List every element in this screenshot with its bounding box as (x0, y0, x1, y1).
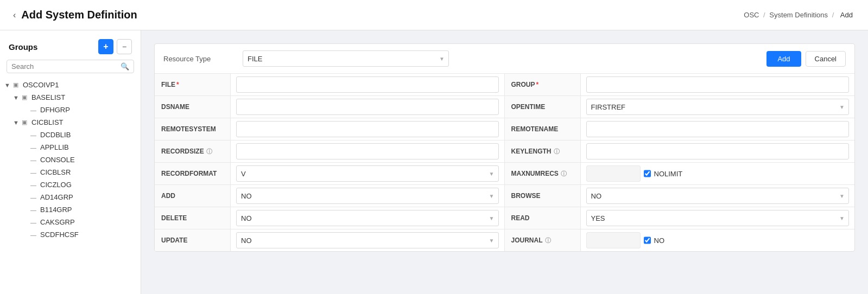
form-row-delete: DELETE NOYES ▼ (155, 207, 504, 229)
form-row-add: ADD NOYES ▼ (155, 185, 504, 207)
input-keylength[interactable] (586, 143, 850, 159)
breadcrumb-current: Add (840, 11, 853, 19)
select-wrap-opentime: FIRSTREFSTARTUPINITIAL ▼ (586, 99, 850, 115)
select-wrap-delete: NOYES ▼ (236, 210, 499, 226)
input-dsname[interactable] (236, 99, 499, 115)
input-recordsize[interactable] (236, 143, 499, 159)
tree-node-oscoivp1: ▼ ▣ OSCOIVP1 ▼ ▣ BASELIST (0, 79, 141, 241)
select-wrap-add: NOYES ▼ (236, 188, 499, 204)
form-row-remotesystem: REMOTESYSTEM (155, 118, 504, 140)
tree-item-ad14grp[interactable]: — AD14GRP (17, 191, 141, 203)
tree-item-dcdblib[interactable]: — DCDBLIB (17, 129, 141, 141)
tree-node-baselist: ▼ ▣ BASELIST — DFHGRP (9, 91, 141, 116)
maxnumrecs-disabled-input (586, 165, 641, 182)
label-add: ADD (155, 185, 231, 207)
toggle-cicblist: ▼ (13, 119, 22, 126)
tree-item-appllib[interactable]: — APPLLIB (17, 141, 141, 154)
add-group-button[interactable]: + (98, 39, 113, 54)
input-file[interactable] (236, 76, 499, 93)
tree-label-appllib: APPLLIB (40, 143, 69, 151)
select-delete[interactable]: NOYES (236, 210, 499, 226)
select-add[interactable]: NOYES (236, 188, 499, 204)
input-remotesystem[interactable] (236, 121, 499, 137)
resource-type-row: Resource Type FILE PROGRAM TRANSACTION T… (155, 44, 854, 74)
select-read[interactable]: YESNO (586, 210, 850, 226)
select-opentime[interactable]: FIRSTREFSTARTUPINITIAL (586, 99, 850, 115)
item-icon: — (30, 207, 38, 213)
input-remotename[interactable] (586, 121, 850, 137)
value-add: NOYES ▼ (231, 186, 504, 206)
tree-label-scdfhcsf: SCDFHCSF (40, 231, 79, 239)
value-recordformat: VFVBFB ▼ (231, 163, 504, 184)
app-header: ‹ Add System Definition OSC / System Def… (0, 0, 868, 30)
label-opentime: OPENTIME (505, 96, 581, 118)
maxnumrecs-checkbox[interactable] (644, 170, 651, 177)
content-area: Resource Type FILE PROGRAM TRANSACTION T… (141, 30, 868, 294)
journal-checkbox[interactable] (644, 237, 651, 244)
search-input[interactable] (11, 62, 121, 71)
resource-type-select-wrap: FILE PROGRAM TRANSACTION TYPTERM ▼ (243, 50, 449, 67)
value-remotename (581, 119, 855, 139)
select-update[interactable]: NOYES (236, 232, 499, 248)
form-row-opentime: OPENTIME FIRSTREFSTARTUPINITIAL ▼ (505, 96, 855, 118)
form-row-file: FILE * (155, 74, 504, 96)
value-opentime: FIRSTREFSTARTUPINITIAL ▼ (581, 97, 855, 117)
breadcrumb-system-definitions[interactable]: System Definitions (769, 11, 828, 19)
label-dsname: DSNAME (155, 96, 231, 118)
value-recordsize (231, 141, 504, 162)
tree-label-dfhgrp: DFHGRP (40, 106, 70, 114)
tree-label-console: CONSOLE (40, 156, 75, 164)
tree-label-dcdblib: DCDBLIB (40, 131, 71, 139)
tree-item-oscoivp1[interactable]: ▼ ▣ OSCOIVP1 (0, 79, 141, 91)
tree-item-dfhgrp[interactable]: — DFHGRP (17, 104, 141, 116)
label-keylength: KEYLENGTH ⓘ (505, 140, 581, 162)
journal-disabled-input (586, 232, 641, 248)
tree-children-baselist: — DFHGRP (9, 104, 141, 116)
item-icon: — (30, 194, 38, 201)
input-group[interactable] (586, 76, 850, 93)
tree-item-baselist[interactable]: ▼ ▣ BASELIST (9, 91, 141, 104)
value-delete: NOYES ▼ (231, 208, 504, 228)
tree-item-ciczlog[interactable]: — CICZLOG (17, 178, 141, 191)
breadcrumb-osc[interactable]: OSC (744, 11, 759, 19)
select-recordformat[interactable]: VFVBFB (236, 165, 499, 182)
cancel-button[interactable]: Cancel (806, 51, 846, 67)
item-icon: — (30, 232, 38, 238)
form-row-recordformat: RECORDFORMAT VFVBFB ▼ (155, 163, 504, 185)
label-remotesystem: REMOTESYSTEM (155, 118, 231, 140)
folder-icon: ▣ (13, 81, 21, 88)
item-icon: — (30, 169, 38, 176)
form-row-recordsize: RECORDSIZE ⓘ (155, 140, 504, 163)
tree-item-cicblsr[interactable]: — CICBLSR (17, 166, 141, 178)
sidebar-header-buttons: + − (98, 39, 132, 54)
remove-group-button[interactable]: − (117, 39, 132, 54)
tree-item-scdfhcsf[interactable]: — SCDFHCSF (17, 228, 141, 241)
tree-item-console[interactable]: — CONSOLE (17, 154, 141, 166)
form-row-read: READ YESNO ▼ (505, 207, 855, 229)
tree: ▼ ▣ OSCOIVP1 ▼ ▣ BASELIST (0, 79, 141, 294)
resource-type-select[interactable]: FILE PROGRAM TRANSACTION TYPTERM (243, 50, 449, 67)
resource-type-select-container: FILE PROGRAM TRANSACTION TYPTERM ▼ (243, 50, 449, 67)
form-row-group: GROUP * (505, 74, 855, 96)
back-button[interactable]: ‹ (13, 10, 16, 20)
tree-children-oscoivp1: ▼ ▣ BASELIST — DFHGRP (0, 91, 141, 241)
form-right-section: GROUP * OPENTIME (505, 74, 855, 251)
help-icon-journal: ⓘ (545, 237, 551, 245)
form-row-update: UPDATE NOYES ▼ (155, 229, 504, 251)
tree-label-baselist: BASELIST (31, 93, 65, 101)
item-icon: — (30, 107, 38, 113)
label-remotename: REMOTENAME (505, 118, 581, 140)
tree-label-cicblist: CICBLIST (31, 118, 64, 126)
main-layout: Groups + − 🔍 ▼ ▣ OSCOIVP1 (0, 30, 868, 294)
tree-item-b114grp[interactable]: — B114GRP (17, 203, 141, 216)
tree-item-caksgrp[interactable]: — CAKSGRP (17, 216, 141, 228)
value-group (581, 74, 855, 95)
tree-label-b114grp: B114GRP (40, 206, 72, 214)
resource-type-label: Resource Type (163, 55, 234, 63)
form-left-section: FILE * DSNAME (155, 74, 505, 251)
form-row-maxnumrecs: MAXNUMRECS ⓘ NOLIMIT (505, 163, 855, 185)
select-browse[interactable]: NOYES (586, 188, 850, 204)
search-icon: 🔍 (121, 62, 129, 71)
tree-item-cicblist[interactable]: ▼ ▣ CICBLIST (9, 116, 141, 129)
add-button[interactable]: Add (766, 51, 801, 67)
